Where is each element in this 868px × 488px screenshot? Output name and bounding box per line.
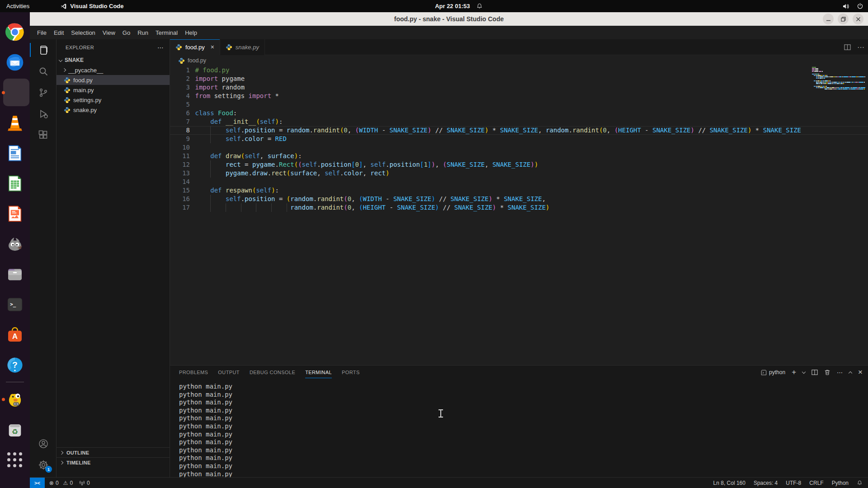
- tree-item-main-py[interactable]: main.py: [57, 85, 170, 95]
- focused-app-indicator[interactable]: Visual Studio Code: [61, 3, 123, 9]
- code-line-3[interactable]: 3import random: [170, 83, 868, 92]
- panel-tab-terminal[interactable]: TERMINAL: [305, 366, 332, 379]
- chevron-right-icon: [60, 460, 63, 464]
- tree-item-food-py[interactable]: food.py: [57, 75, 170, 85]
- restore-button[interactable]: [838, 14, 849, 24]
- panel-tab-debug-console[interactable]: DEBUG CONSOLE: [250, 366, 295, 379]
- tree-item-settings-py[interactable]: settings.py: [57, 95, 170, 105]
- dock-item-files[interactable]: [1, 259, 28, 289]
- line-number: 12: [170, 160, 190, 169]
- panel-tab-output[interactable]: OUTPUT: [218, 366, 240, 379]
- split-terminal-icon[interactable]: [811, 369, 818, 375]
- code-line-17[interactable]: 17 random.randint(0, (HEIGHT - SNAKE_SIZ…: [170, 203, 868, 212]
- code-line-14[interactable]: 14: [170, 178, 868, 186]
- error-count: 0: [56, 480, 59, 486]
- notifications-bell-icon[interactable]: [857, 480, 863, 486]
- eol-setting[interactable]: CRLF: [809, 480, 823, 486]
- code-line-11[interactable]: 11 def draw(self, surface):: [170, 152, 868, 160]
- code-line-5[interactable]: 5: [170, 100, 868, 109]
- dock-item-vscode[interactable]: [1, 77, 28, 108]
- activitybar-settings[interactable]: 1: [30, 454, 57, 475]
- menu-item-terminal[interactable]: Terminal: [152, 28, 181, 38]
- minimize-button[interactable]: [823, 14, 834, 24]
- dock-item-libreoffice-calc[interactable]: [1, 168, 28, 198]
- encoding-setting[interactable]: UTF-8: [786, 480, 801, 486]
- outline-section[interactable]: OUTLINE: [57, 447, 170, 457]
- close-tab-icon[interactable]: ×: [211, 44, 214, 50]
- new-terminal-icon[interactable]: +: [792, 368, 796, 377]
- problems-status[interactable]: ⊗ 0 ⚠ 0: [49, 480, 73, 486]
- activitybar-run-debug[interactable]: [30, 103, 57, 124]
- close-button[interactable]: [853, 14, 863, 24]
- cursor-position[interactable]: Ln 8, Col 160: [713, 480, 745, 486]
- activitybar-extensions[interactable]: [30, 124, 57, 145]
- code-line-7[interactable]: 7 def __init__(self):: [170, 117, 868, 126]
- ports-status[interactable]: 0: [79, 480, 90, 486]
- code-line-1[interactable]: 1# food.py: [170, 66, 868, 75]
- terminal-shell-item[interactable]: python: [761, 369, 785, 375]
- system-tray[interactable]: [842, 3, 863, 10]
- dock-item-libreoffice-writer[interactable]: [1, 138, 28, 168]
- code-line-6[interactable]: 6class Food:: [170, 109, 868, 117]
- dock-item-game[interactable]: [1, 384, 28, 414]
- clock-group[interactable]: Apr 22 01:53: [435, 3, 483, 9]
- language-mode[interactable]: Python: [832, 480, 849, 486]
- dock-item-app-grid[interactable]: [1, 445, 28, 475]
- indentation-setting[interactable]: Spaces: 4: [754, 480, 778, 486]
- explorer-more-actions[interactable]: ⋯: [157, 44, 164, 51]
- code-editor[interactable]: 1# food.py2import pygame3import random4f…: [170, 66, 868, 365]
- close-panel-icon[interactable]: ×: [858, 368, 863, 377]
- dock-item-ubuntu-software[interactable]: A: [1, 319, 28, 350]
- menu-item-run[interactable]: Run: [134, 28, 152, 38]
- menu-item-file[interactable]: File: [33, 28, 50, 38]
- dock-item-vlc[interactable]: [1, 108, 28, 138]
- activitybar-search[interactable]: [30, 61, 57, 82]
- remote-indicator[interactable]: ><: [30, 478, 45, 488]
- tab-snake-py[interactable]: snake.py: [220, 39, 265, 55]
- code-line-9[interactable]: 9 self.color = RED: [170, 135, 868, 143]
- terminal-dropdown-icon[interactable]: [802, 370, 806, 373]
- dock-item-gimp[interactable]: [1, 229, 28, 259]
- account-icon: [38, 438, 49, 449]
- activitybar-source-control[interactable]: [30, 82, 57, 103]
- line-number: 9: [170, 135, 190, 143]
- menu-item-help[interactable]: Help: [181, 28, 201, 38]
- dock-item-chrome[interactable]: [1, 17, 28, 47]
- code-line-10[interactable]: 10: [170, 143, 868, 152]
- kill-terminal-icon[interactable]: [824, 369, 830, 375]
- code-line-15[interactable]: 15 def respawn(self):: [170, 186, 868, 195]
- panel-more-actions-icon[interactable]: ⋯: [837, 369, 843, 376]
- dock-item-thunderbird[interactable]: [1, 47, 28, 77]
- tree-root-snake[interactable]: SNAKE: [57, 55, 170, 65]
- dock-item-help[interactable]: ?: [1, 350, 28, 380]
- maximize-panel-icon[interactable]: [849, 371, 852, 375]
- activities-button[interactable]: Activities: [0, 0, 36, 12]
- editor-more-actions-icon[interactable]: ⋯: [857, 43, 864, 52]
- dock-item-libreoffice-impress[interactable]: [1, 198, 28, 229]
- terminal-output[interactable]: python main.pypython main.pypython main.…: [179, 383, 863, 474]
- tab-food-py[interactable]: food.py×: [170, 39, 220, 55]
- menu-item-view[interactable]: View: [99, 28, 119, 38]
- activitybar-account[interactable]: [30, 433, 57, 454]
- code-line-16[interactable]: 16 self.position = (random.randint(0, (W…: [170, 195, 868, 203]
- code-line-2[interactable]: 2import pygame: [170, 75, 868, 83]
- code-line-8[interactable]: 8 self.position = random.randint(0, (WID…: [170, 126, 868, 135]
- tree-item-snake-py[interactable]: snake.py: [57, 105, 170, 115]
- window-title-bar[interactable]: food.py - snake - Visual Studio Code: [30, 12, 868, 26]
- code-line-13[interactable]: 13 pygame.draw.rect(surface, self.color,…: [170, 169, 868, 178]
- menu-item-edit[interactable]: Edit: [50, 28, 67, 38]
- breadcrumb[interactable]: food.py: [170, 55, 868, 66]
- menu-item-selection[interactable]: Selection: [67, 28, 99, 38]
- dock-item-terminal[interactable]: >_: [1, 289, 28, 319]
- minimap[interactable]: [812, 67, 865, 90]
- code-line-12[interactable]: 12 rect = pygame.Rect((self.position[0],…: [170, 160, 868, 169]
- tree-item--pycache-[interactable]: __pycache__: [57, 65, 170, 75]
- panel-tab-problems[interactable]: PROBLEMS: [179, 366, 208, 379]
- code-line-4[interactable]: 4from settings import *: [170, 92, 868, 100]
- dock-item-trash[interactable]: ♻: [1, 414, 28, 445]
- panel-tab-ports[interactable]: PORTS: [342, 366, 360, 379]
- split-editor-icon[interactable]: [844, 44, 851, 51]
- timeline-section[interactable]: TIMELINE: [57, 457, 170, 467]
- menu-item-go[interactable]: Go: [119, 28, 134, 38]
- activitybar-explorer[interactable]: [30, 39, 57, 61]
